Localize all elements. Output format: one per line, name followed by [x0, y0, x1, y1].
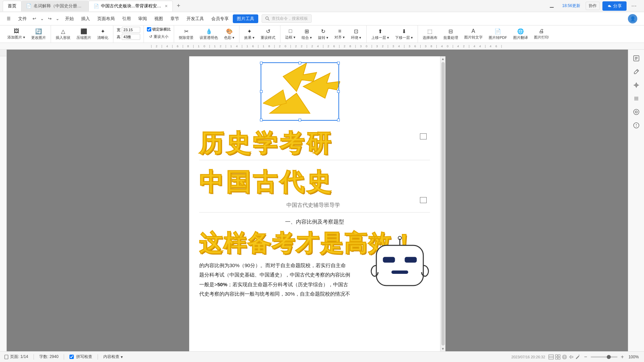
border-icon: □	[289, 28, 292, 34]
img-translate-button[interactable]: 🌐 图片翻译	[511, 27, 531, 41]
group-button[interactable]: ⊞ 组合 ▾	[299, 27, 315, 41]
svg-point-35	[562, 355, 567, 359]
menu-image-tools[interactable]: 图片工具	[233, 14, 258, 23]
scroll-down[interactable]: ▼	[441, 347, 445, 351]
rs-icon-5[interactable]	[631, 107, 642, 117]
zoom-in-button[interactable]: +	[621, 354, 624, 360]
scroll-up[interactable]: ▲	[441, 57, 445, 61]
select-canvas-button[interactable]: ⬚ 选择画布	[420, 27, 440, 41]
rs-icon-1[interactable]	[631, 53, 642, 64]
search-bar[interactable]: 查找命令，搜索模板	[262, 14, 312, 23]
width-input[interactable]	[122, 27, 140, 33]
view-icon-1[interactable]	[548, 354, 554, 360]
rs-icon-2[interactable]	[631, 66, 642, 77]
status-bar: 页面: 1/14 字数: 2940 拼写检查 内容检查 ▾ 2023/07/16…	[0, 351, 644, 362]
wrap-button[interactable]: ⊡ 环绕 ▾	[348, 27, 364, 41]
menu-review[interactable]: 审阅	[135, 14, 150, 23]
menu-reference[interactable]: 引用	[119, 14, 134, 23]
svg-rect-0	[550, 7, 554, 8]
scroll-thumb[interactable]	[441, 62, 445, 346]
menu-vip[interactable]: 会员专享	[208, 14, 232, 23]
img-translate-label: 图片翻译	[513, 35, 528, 40]
redo-arrow[interactable]: ⌄	[54, 15, 61, 22]
border-button[interactable]: □ 边框 ▾	[282, 27, 298, 41]
align-button[interactable]: ≡ 对齐 ▾	[332, 27, 347, 41]
menu-start[interactable]: 开始	[62, 14, 77, 23]
border-label: 边框 ▾	[285, 35, 296, 40]
img-print-button[interactable]: 🖨 图片打印	[531, 27, 551, 41]
home-tab[interactable]: 首页	[3, 1, 21, 11]
menu-bar: ☰ 文件 ↩ ⌄ ↪ ⌄ 开始 插入 页面布局 引用 审阅 视图 章节 开发工具…	[0, 12, 644, 25]
change-image-button[interactable]: 🔄 更改图片	[29, 27, 49, 41]
view-icon-3[interactable]	[562, 354, 567, 360]
tab2-close[interactable]: ✕	[165, 4, 168, 8]
add-tab-button[interactable]: +	[175, 2, 182, 9]
effects-button[interactable]: ✦ 效果 ▾	[241, 27, 257, 41]
add-image-button[interactable]: 🖼 添加图片 ▾	[5, 27, 28, 41]
compress-image-button[interactable]: ⬛ 压缩图片	[74, 27, 94, 41]
scrollbar-v[interactable]: ▲ ▼	[440, 56, 445, 351]
rotate-button[interactable]: ↻ 旋转 ▾	[315, 27, 331, 41]
menu-chapter[interactable]: 章节	[167, 14, 182, 23]
tab1-label: 名词解释（中国史分册）614.pdf	[34, 3, 84, 9]
zoom-slider[interactable]	[591, 356, 618, 358]
img-to-pdf-label: 图片转PDF	[489, 35, 507, 40]
spell-check-checkbox[interactable]	[69, 355, 74, 359]
document-area[interactable]: 历史学考研 中国古代史 中国古代史辅导班导学 一、内容比例及考察题型 这样备考才…	[7, 50, 628, 351]
height-input[interactable]	[122, 34, 140, 40]
undo-button[interactable]: ↩	[31, 15, 38, 22]
toolbar-group-layer: ⬆ 上移一层 ▾ ⬇ 下移一层 ▾	[367, 25, 418, 43]
height-row: 高	[117, 34, 140, 40]
content-check-item[interactable]: 内容检查 ▾	[103, 354, 123, 360]
img-to-text-button[interactable]: A 图片转文字	[462, 27, 485, 41]
svg-point-36	[564, 356, 566, 358]
menu-page-layout[interactable]: 页面布局	[94, 14, 118, 23]
tab1[interactable]: 📄 名词解释（中国史分册）614.pdf	[21, 1, 89, 11]
share-button[interactable]: 分享	[602, 1, 627, 11]
robot-mascot	[370, 235, 430, 296]
svg-rect-31	[555, 355, 557, 357]
move-down-button[interactable]: ⬇ 下移一层 ▾	[392, 27, 416, 41]
wrap-label: 环绕 ▾	[351, 35, 361, 40]
lock-ratio-checkbox[interactable]: 锁定纵横比	[147, 27, 171, 32]
window-minimize[interactable]	[547, 2, 557, 10]
insert-shape-icon: △	[61, 28, 65, 35]
batch-process-button[interactable]: ⊟ 批量处理	[441, 27, 461, 41]
color-button[interactable]: 🎨 色彩 ▾	[221, 27, 237, 41]
page-info: 页面: 1/14	[4, 354, 28, 360]
reset-size-button[interactable]: ↺ 重设大小	[147, 33, 171, 40]
img-to-pdf-button[interactable]: 📄 图片转PDF	[486, 27, 510, 41]
set-transparent-button[interactable]: 💧 设置透明色	[197, 27, 221, 41]
undo-arrow[interactable]: ⌄	[39, 15, 46, 22]
insert-shape-button[interactable]: △ 插入形状	[53, 27, 73, 41]
tab2[interactable]: 📄 中国古代史板块...带背课程安排表 ✕	[89, 1, 173, 11]
move-up-button[interactable]: ⬆ 上移一层 ▾	[369, 27, 392, 41]
menu-hamburger[interactable]: ☰	[3, 15, 14, 22]
user-avatar[interactable]: 👤	[628, 14, 637, 23]
compress-image-icon: ⬛	[80, 28, 87, 35]
view-icon-4[interactable]	[569, 354, 574, 360]
menu-insert[interactable]: 插入	[78, 14, 93, 23]
more-options[interactable]: ⋯	[629, 3, 639, 9]
spell-check-item[interactable]: 拼写检查	[69, 354, 92, 360]
collab-button[interactable]: 协作	[586, 2, 600, 10]
rs-icon-4[interactable]	[631, 93, 642, 104]
rs-icon-3[interactable]	[631, 80, 642, 90]
reset-style-button[interactable]: ↺ 重设样式	[258, 27, 278, 41]
redo-button[interactable]: ↪	[46, 15, 53, 22]
add-image-icon: 🖼	[14, 28, 19, 34]
menu-devtools[interactable]: 开发工具	[183, 14, 207, 23]
menu-file[interactable]: 文件	[15, 14, 30, 23]
lock-ratio-input[interactable]	[147, 27, 151, 32]
view-icon-2[interactable]	[555, 354, 560, 360]
sharpen-button[interactable]: ✦ 清晰化	[95, 27, 111, 41]
menu-view[interactable]: 视图	[151, 14, 166, 23]
divider-1	[199, 160, 430, 160]
zoom-out-button[interactable]: −	[584, 354, 587, 360]
divider-2	[199, 212, 430, 213]
height-label: 高	[117, 35, 120, 40]
rs-icon-6[interactable]	[631, 120, 642, 131]
align-label: 对齐 ▾	[334, 35, 345, 40]
remove-bg-button[interactable]: ✂ 抠除背景	[176, 27, 196, 41]
edit-icon[interactable]	[575, 354, 581, 360]
